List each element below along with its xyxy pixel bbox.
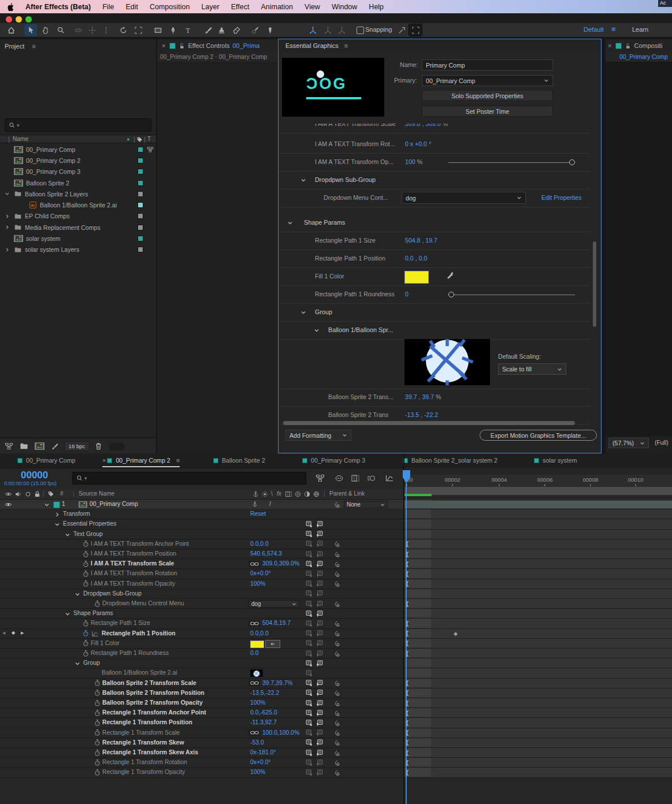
track-row[interactable] <box>404 758 672 768</box>
add-to-egp-icon[interactable] <box>305 650 313 658</box>
menu-item-file[interactable]: File <box>102 3 114 11</box>
label-color-chip[interactable] <box>138 236 143 241</box>
unlock-icon[interactable] <box>625 43 631 49</box>
add-to-egp-icon[interactable] <box>305 739 313 747</box>
stopwatch-icon[interactable] <box>94 739 101 746</box>
track-row[interactable] <box>404 579 672 589</box>
group-label[interactable]: Transform <box>63 509 90 519</box>
add-to-egp-icon[interactable] <box>305 570 313 578</box>
brush-tool-icon[interactable] <box>201 24 214 36</box>
dimensions-link-icon[interactable] <box>248 620 260 627</box>
property-value[interactable]: 504.8,19.7 <box>262 619 291 628</box>
time-navigator[interactable] <box>404 468 672 475</box>
property-label[interactable]: Balloon Sprite 2 Transform Position <box>102 688 205 698</box>
track-row[interactable] <box>404 768 672 777</box>
property-pickwhip-icon[interactable] <box>334 620 341 627</box>
menu-item-help[interactable]: Help <box>369 3 384 11</box>
timeline-row[interactable]: Fill 1 Color <box>0 639 404 649</box>
track-row[interactable] <box>404 609 672 619</box>
timeline-row[interactable]: Rectangle 1 Transform Position-11.3,92.7 <box>0 718 404 728</box>
type-tool-icon[interactable] <box>181 24 194 36</box>
property-value[interactable]: 0x+0.0° <box>250 758 271 767</box>
property-label[interactable]: Rectangle 1 Transform Skew Axis <box>102 748 198 757</box>
label-color-chip[interactable] <box>138 147 143 152</box>
group-label[interactable]: Dropdpwn Sub-Group <box>83 589 142 598</box>
eg-property-row[interactable]: Rectangle Path 1 Position 0.0 , 0.0 <box>279 250 591 268</box>
timeline-row[interactable]: Balloon Sprite 2 Transform Position-13.5… <box>0 688 404 698</box>
label-color-chip[interactable] <box>138 180 143 186</box>
name-column-header[interactable]: Name <box>13 136 28 142</box>
stopwatch-icon[interactable] <box>94 759 101 766</box>
timeline-row[interactable]: ◀◆▶Rectangle Path 1 Position0.0,0.0 <box>0 629 404 639</box>
pull-from-egp-icon[interactable] <box>315 540 324 548</box>
composition-tab[interactable]: Compositi <box>634 42 662 49</box>
rotation-tool-icon[interactable] <box>117 24 129 36</box>
stopwatch-icon[interactable] <box>94 719 101 727</box>
frame-blending-icon[interactable] <box>351 474 360 483</box>
effects-column-icon[interactable]: fx <box>277 490 281 497</box>
timeline-tab[interactable]: Balloon Sprite 2_solar system 2 <box>403 455 497 466</box>
pull-from-egp-icon[interactable] <box>315 769 324 777</box>
region-of-interest-icon[interactable] <box>132 24 144 36</box>
current-frame-display[interactable]: 00000 <box>21 470 48 481</box>
snap-box-icon[interactable] <box>409 24 422 36</box>
effect-controls-comp-name[interactable]: 00_Prima <box>232 42 259 49</box>
label-color-chip[interactable] <box>138 225 143 230</box>
add-to-egp-icon[interactable] <box>305 610 313 618</box>
group-label[interactable]: Essential Properties <box>63 519 116 528</box>
maximize-window-button[interactable] <box>25 16 32 23</box>
property-value[interactable]: -13.5,-22.2 <box>250 688 279 698</box>
track-row[interactable] <box>404 658 672 668</box>
timeline-row[interactable]: I AM A TEXT Transform Anchor Point0.0,0.… <box>0 539 404 549</box>
parent-pickwhip-icon[interactable] <box>334 501 341 508</box>
property-value[interactable]: -11.3,92.7 <box>250 718 277 727</box>
stopwatch-icon[interactable] <box>94 600 101 608</box>
property-pickwhip-icon[interactable] <box>334 720 341 727</box>
close-composition-icon[interactable]: × <box>608 42 611 49</box>
property-pickwhip-icon[interactable] <box>334 710 341 717</box>
clone-stamp-tool-icon[interactable] <box>215 24 228 36</box>
primary-comp-select[interactable]: 00_Primary Comp <box>422 75 553 86</box>
layer-expander-icon[interactable] <box>44 502 50 508</box>
eyedropper-icon[interactable] <box>446 271 455 280</box>
add-to-egp-icon[interactable] <box>305 620 313 628</box>
property-value[interactable]: 309.0 , 309.0 % <box>405 124 448 127</box>
add-keyframe-icon[interactable]: ◆ <box>12 630 15 635</box>
timeline-search-input[interactable]: ▾ <box>72 472 306 485</box>
timeline-row[interactable]: Rectangle Path 1 Roundness0.0 <box>0 649 404 658</box>
property-pickwhip-icon[interactable] <box>334 690 341 697</box>
pull-from-egp-icon[interactable] <box>315 580 324 588</box>
project-item[interactable]: Balloon 1/Balloon Sprite 2.ai <box>0 199 156 210</box>
orbit-camera-tool-icon[interactable] <box>72 24 84 36</box>
fill-color-swatch[interactable] <box>250 641 264 648</box>
set-color-icon[interactable] <box>265 640 280 648</box>
property-label[interactable]: Rectangle 1 Transform Skew <box>102 738 184 747</box>
property-value[interactable]: 39.7 , 39.7 % <box>405 393 441 400</box>
property-value[interactable]: 100 % <box>405 158 422 165</box>
solo-supported-properties-button[interactable]: Solo Supported Properties <box>422 90 553 101</box>
property-label[interactable]: I AM A TEXT Transform Scale <box>91 559 174 568</box>
menu-item-edit[interactable]: Edit <box>125 3 138 11</box>
pull-from-egp-icon[interactable] <box>315 570 324 578</box>
stopwatch-icon[interactable] <box>82 650 90 657</box>
track-row[interactable] <box>404 748 672 758</box>
new-composition-icon[interactable] <box>35 442 44 450</box>
expander-open-icon[interactable] <box>5 191 10 196</box>
property-value[interactable]: 0 <box>405 291 409 297</box>
apple-menu-icon[interactable] <box>7 2 15 12</box>
menu-item-window[interactable]: Window <box>332 3 357 11</box>
shy-switch-icon[interactable] <box>251 501 258 508</box>
project-item[interactable]: Balloon Sprite 2 <box>0 177 156 188</box>
new-folder-icon[interactable] <box>20 442 28 451</box>
timeline-row[interactable]: Group <box>0 658 404 668</box>
timeline-tab[interactable]: 00_Primary Comp <box>17 455 75 466</box>
track-row[interactable] <box>404 519 672 529</box>
property-label[interactable]: Rectangle 1 Transform Opacity <box>102 768 185 777</box>
property-pickwhip-icon[interactable] <box>334 750 341 757</box>
essential-graphics-tab[interactable]: Essential Graphics <box>285 42 339 49</box>
dimensions-link-icon[interactable] <box>248 561 260 567</box>
timeline-row[interactable]: TransformReset <box>0 509 404 519</box>
track-row[interactable] <box>404 569 672 579</box>
adjustment-layer-column-icon[interactable] <box>303 490 311 498</box>
shape-tool-icon[interactable] <box>151 24 164 36</box>
